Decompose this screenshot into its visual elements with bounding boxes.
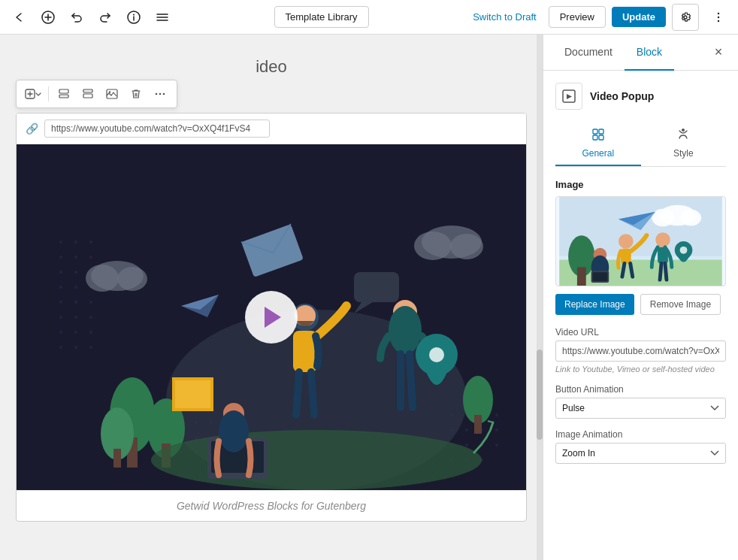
svg-point-33 <box>74 316 77 319</box>
svg-point-67 <box>117 267 147 291</box>
svg-point-106 <box>652 209 674 227</box>
undo-button[interactable] <box>63 4 90 31</box>
template-library-button[interactable]: Template Library <box>274 6 369 28</box>
delete-btn[interactable] <box>126 83 147 104</box>
svg-point-46 <box>465 428 468 431</box>
svg-rect-8 <box>59 95 68 98</box>
svg-rect-100 <box>593 135 597 140</box>
panel-tabs: Document Block <box>552 35 674 71</box>
block-toolbar <box>16 80 177 108</box>
video-preview <box>17 144 526 490</box>
svg-point-22 <box>89 256 92 259</box>
svg-rect-10 <box>83 94 92 98</box>
sub-tab-style[interactable]: Style <box>641 122 727 166</box>
svg-point-36 <box>74 331 77 334</box>
menu-button[interactable] <box>149 4 176 31</box>
back-button[interactable] <box>6 4 33 31</box>
svg-rect-98 <box>593 129 597 134</box>
svg-rect-101 <box>599 135 603 140</box>
update-button[interactable]: Update <box>612 7 666 27</box>
image-buttons: Replace Image Remove Image <box>555 294 726 315</box>
svg-point-50 <box>465 443 468 446</box>
svg-rect-7 <box>59 89 68 93</box>
button-animation-label: Button Animation <box>555 384 726 395</box>
svg-point-27 <box>74 286 77 289</box>
sub-tab-general[interactable]: General <box>555 122 641 166</box>
svg-point-5 <box>718 20 719 21</box>
svg-point-3 <box>718 12 719 14</box>
svg-point-38 <box>59 346 62 349</box>
settings-button[interactable] <box>672 4 699 31</box>
toolbar-sep-1 <box>48 86 49 101</box>
svg-point-48 <box>495 428 498 431</box>
video-url-label: Video URL <box>555 327 726 338</box>
svg-point-17 <box>59 241 62 244</box>
svg-point-39 <box>74 346 77 349</box>
block-type-icon-btn[interactable] <box>23 83 44 104</box>
svg-point-90 <box>219 410 249 453</box>
play-button[interactable] <box>245 291 298 344</box>
add-block-button[interactable] <box>35 4 62 31</box>
video-url-field[interactable] <box>555 341 726 362</box>
svg-point-23 <box>59 271 62 274</box>
svg-rect-99 <box>599 129 603 134</box>
link-icon: 🔗 <box>26 123 38 135</box>
right-panel: Document Block × Video Popup General <box>543 35 738 560</box>
scroll-thumb <box>537 350 543 440</box>
image-animation-label: Image Animation <box>555 429 726 440</box>
svg-point-24 <box>74 271 77 274</box>
svg-point-14 <box>159 93 162 95</box>
tab-document[interactable]: Document <box>552 35 625 71</box>
panel-close-button[interactable]: × <box>708 42 729 63</box>
more-block-options-btn[interactable] <box>150 83 171 104</box>
svg-rect-116 <box>577 267 586 286</box>
svg-point-12 <box>109 91 110 92</box>
toolbar-right: Switch to Draft Preview Update <box>467 4 732 31</box>
preview-button[interactable]: Preview <box>549 6 606 28</box>
image-section: Image <box>555 179 726 315</box>
image-animation-section: Image Animation Zoom In None Zoom Out Fa… <box>555 429 726 474</box>
move-down-btn[interactable] <box>77 83 98 104</box>
block-type-icon <box>555 83 582 110</box>
svg-point-40 <box>89 346 92 349</box>
svg-point-19 <box>89 241 92 244</box>
toolbar-left <box>6 4 176 31</box>
sub-tab-style-label: Style <box>673 148 694 159</box>
sub-tabs: General Style <box>555 122 726 167</box>
svg-point-21 <box>74 256 77 259</box>
svg-point-111 <box>655 232 670 247</box>
block-type-name: Video Popup <box>590 90 654 102</box>
button-animation-select[interactable]: Pulse None Bounce Shake Spin <box>555 398 726 419</box>
block-heading: ideo <box>16 50 527 80</box>
svg-point-80 <box>151 430 482 490</box>
svg-point-32 <box>59 316 62 319</box>
panel-content: Video Popup General Style <box>543 71 738 560</box>
remove-image-button[interactable]: Remove Image <box>640 294 721 315</box>
info-button[interactable] <box>120 4 147 31</box>
tab-block[interactable]: Block <box>625 35 674 71</box>
video-block: 🔗 <box>16 113 527 522</box>
svg-point-20 <box>59 256 62 259</box>
svg-rect-9 <box>83 89 92 92</box>
video-url-section: Video URL Link to Youtube, Vimeo or self… <box>555 327 726 374</box>
redo-button[interactable] <box>92 4 119 31</box>
video-url-bar: 🔗 <box>17 114 526 144</box>
svg-point-31 <box>89 301 92 304</box>
svg-rect-77 <box>113 449 121 468</box>
image-btn[interactable] <box>101 83 122 104</box>
svg-point-18 <box>74 241 77 244</box>
more-options-button[interactable] <box>705 4 732 31</box>
move-up-btn[interactable] <box>53 83 74 104</box>
svg-point-13 <box>156 93 158 95</box>
svg-point-37 <box>89 331 92 334</box>
video-url-hint: Link to Youtube, Vimeo or self-hosted vi… <box>555 365 726 374</box>
switch-draft-button[interactable]: Switch to Draft <box>467 7 543 27</box>
replace-image-button[interactable]: Replace Image <box>555 294 634 315</box>
scroll-indicator[interactable] <box>537 35 543 560</box>
image-animation-select[interactable]: Zoom In None Zoom Out Fade Slide Up <box>555 443 726 464</box>
svg-point-114 <box>680 247 688 254</box>
svg-point-109 <box>619 234 634 249</box>
video-url-input[interactable] <box>44 120 270 138</box>
svg-point-66 <box>86 265 119 292</box>
svg-point-69 <box>414 232 452 260</box>
